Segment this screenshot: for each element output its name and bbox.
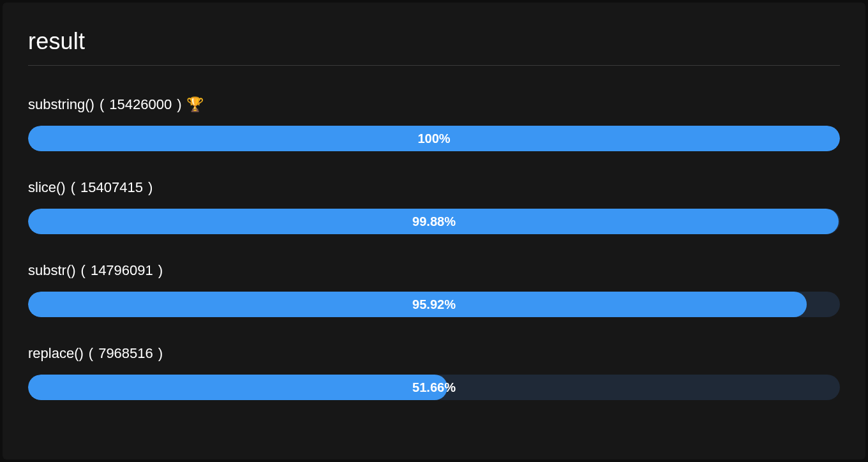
bar-percent: 51.66% xyxy=(28,375,840,400)
row-label: substr() (14796091) xyxy=(28,262,840,279)
result-row: replace() (7968516) 51.66% xyxy=(28,345,840,400)
result-row: substr() (14796091) 95.92% xyxy=(28,262,840,317)
bar-percent: 99.88% xyxy=(28,209,840,234)
bar-track: 95.92% xyxy=(28,292,840,317)
row-count-close: ) xyxy=(158,345,163,362)
result-rows: substring() (15426000) 🏆 100% slice() (1… xyxy=(28,96,840,400)
row-label: slice() (15407415) xyxy=(28,179,840,196)
bar-track: 99.88% xyxy=(28,209,840,234)
result-row: substring() (15426000) 🏆 100% xyxy=(28,96,840,151)
bar-track: 100% xyxy=(28,126,840,151)
row-count: 15407415 xyxy=(80,179,143,196)
bar-percent: 100% xyxy=(28,126,840,151)
row-name: substring() xyxy=(28,96,94,113)
row-count: 14796091 xyxy=(91,262,153,279)
row-name: substr() xyxy=(28,262,76,279)
row-count-open: ( xyxy=(89,345,93,362)
row-count: 15426000 xyxy=(109,96,172,113)
trophy-icon: 🏆 xyxy=(186,98,204,112)
row-count-open: ( xyxy=(81,262,86,279)
row-count-close: ) xyxy=(177,96,181,113)
bar-track: 51.66% xyxy=(28,375,840,400)
row-label: substring() (15426000) 🏆 xyxy=(28,96,840,113)
row-count-open: ( xyxy=(100,96,104,113)
row-count-close: ) xyxy=(148,179,153,196)
page-title: result xyxy=(28,28,840,66)
result-row: slice() (15407415) 99.88% xyxy=(28,179,840,234)
result-panel: result substring() (15426000) 🏆 100% sli… xyxy=(3,3,865,459)
bar-percent: 95.92% xyxy=(28,292,840,317)
row-count-open: ( xyxy=(71,179,75,196)
row-label: replace() (7968516) xyxy=(28,345,840,362)
row-count: 7968516 xyxy=(98,345,153,362)
row-count-close: ) xyxy=(158,262,163,279)
row-name: replace() xyxy=(28,345,84,362)
row-name: slice() xyxy=(28,179,66,196)
